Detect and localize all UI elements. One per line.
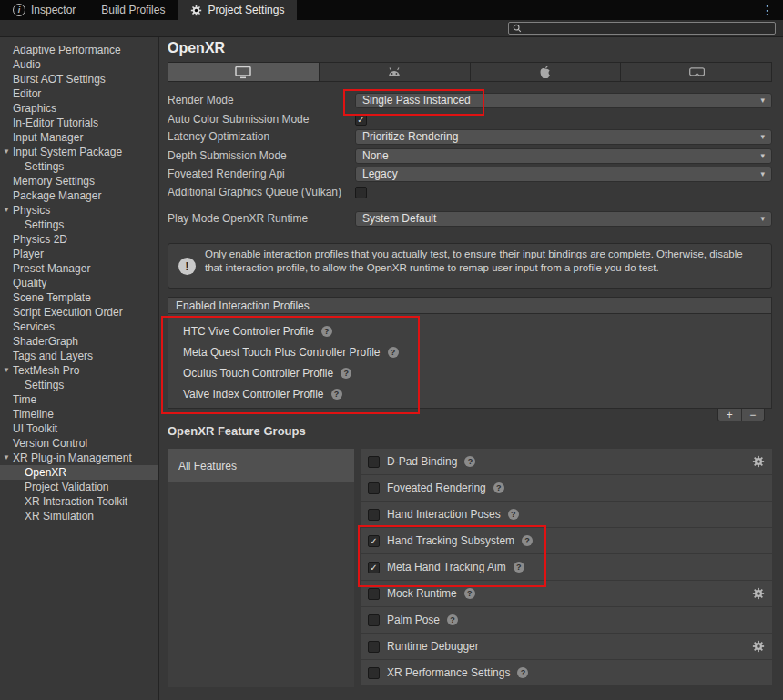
feature-checkbox[interactable] [368, 509, 380, 521]
depth-submission-dropdown[interactable]: None ▾ [355, 148, 772, 164]
foldout-arrow-icon[interactable]: ▼ [2, 203, 11, 218]
setting-label: Depth Submission Mode [168, 149, 355, 162]
setting-label: Play Mode OpenXR Runtime [168, 212, 355, 225]
tab-platform-vr[interactable] [621, 63, 771, 81]
sidebar-item-player[interactable]: Player [0, 247, 158, 261]
chevron-down-icon: ▾ [760, 96, 765, 105]
interaction-profiles-header: Enabled Interaction Profiles [168, 297, 772, 314]
feature-settings-gear-icon[interactable] [752, 455, 765, 468]
feature-settings-gear-icon[interactable] [752, 587, 765, 600]
help-icon[interactable]: ? [341, 368, 351, 379]
sidebar-item-audio[interactable]: Audio [0, 57, 158, 72]
latency-optimization-dropdown[interactable]: Prioritize Rendering ▾ [355, 129, 772, 145]
help-icon[interactable]: ? [331, 389, 342, 400]
search-input[interactable] [522, 22, 762, 35]
feature-checkbox[interactable] [368, 456, 380, 468]
sidebar-item-xr-simulation[interactable]: XR Simulation [0, 509, 158, 523]
tab-project-settings[interactable]: Project Settings [178, 0, 297, 20]
help-icon[interactable]: ? [522, 535, 533, 546]
tab-platform-apple[interactable] [471, 63, 622, 81]
profile-item-valve-index[interactable]: Valve Index Controller Profile ? [168, 383, 771, 404]
feature-group-all-features[interactable]: All Features [168, 449, 354, 482]
add-profile-button[interactable]: + [718, 409, 742, 421]
feature-checkbox[interactable] [368, 641, 380, 653]
help-icon[interactable]: ? [514, 562, 524, 573]
sidebar-item-in-editor-tutorials[interactable]: In-Editor Tutorials [0, 116, 158, 130]
profile-item-meta-quest-touch-plus[interactable]: Meta Quest Touch Plus Controller Profile… [168, 341, 771, 362]
sidebar-item-version-control[interactable]: Version Control [0, 436, 158, 451]
setting-row-auto-color-submission: Auto Color Submission Mode ✓ [168, 111, 772, 127]
sidebar-item-project-validation[interactable]: Project Validation [0, 480, 158, 494]
sidebar-item-physics[interactable]: ▼Physics [0, 203, 158, 218]
settings-category-sidebar: Adaptive Performance Audio Burst AOT Set… [0, 37, 159, 700]
feature-row-meta-hand-tracking-aim: ✓ Meta Hand Tracking Aim ? [361, 554, 772, 580]
sidebar-item-physics-2d[interactable]: Physics 2D [0, 232, 158, 247]
foldout-arrow-icon[interactable]: ▼ [2, 363, 11, 378]
sidebar-item-memory-settings[interactable]: Memory Settings [0, 174, 158, 188]
auto-color-submission-checkbox[interactable]: ✓ [355, 114, 367, 126]
feature-row-d-pad-binding: D-Pad Binding ? [361, 449, 772, 474]
help-icon[interactable]: ? [508, 509, 519, 520]
foldout-arrow-icon[interactable]: ▼ [2, 145, 11, 159]
sidebar-item-quality[interactable]: Quality [0, 276, 158, 290]
profile-item-htc-vive[interactable]: HTC Vive Controller Profile ? [168, 320, 771, 341]
feature-checkbox[interactable] [368, 482, 380, 494]
sidebar-item-shadergraph[interactable]: ShaderGraph [0, 334, 158, 349]
tab-inspector-label: Inspector [31, 4, 76, 16]
help-icon[interactable]: ? [464, 456, 475, 467]
sidebar-item-xr-plug-in-management[interactable]: ▼XR Plug-in Management [0, 451, 158, 465]
feature-checkbox[interactable] [368, 667, 380, 679]
sidebar-item-burst-aot-settings[interactable]: Burst AOT Settings [0, 72, 158, 86]
feature-row-hand-interaction-poses: Hand Interaction Poses ? [361, 502, 772, 527]
sidebar-item-editor[interactable]: Editor [0, 86, 158, 101]
android-icon [387, 66, 402, 77]
tab-platform-android[interactable] [320, 63, 471, 81]
sidebar-item-xr-interaction-toolkit[interactable]: XR Interaction Toolkit [0, 494, 158, 509]
sidebar-item-input-manager[interactable]: Input Manager [0, 130, 158, 145]
apple-icon [539, 65, 552, 79]
search-box[interactable] [508, 22, 776, 35]
help-icon[interactable]: ? [517, 667, 528, 678]
play-mode-runtime-dropdown[interactable]: System Default ▾ [355, 211, 772, 227]
sidebar-item-textmesh-pro[interactable]: ▼TextMesh Pro [0, 363, 158, 378]
feature-checkbox[interactable] [368, 588, 380, 600]
foldout-arrow-icon[interactable]: ▼ [2, 451, 11, 465]
chevron-down-icon: ▾ [760, 132, 765, 141]
tab-platform-desktop[interactable] [168, 63, 320, 81]
sidebar-item-physics-settings[interactable]: Settings [0, 218, 158, 232]
tab-build-profiles[interactable]: Build Profiles [88, 0, 178, 20]
help-icon[interactable]: ? [464, 588, 475, 599]
sidebar-item-graphics[interactable]: Graphics [0, 101, 158, 116]
foveated-rendering-api-dropdown[interactable]: Legacy ▾ [355, 167, 772, 182]
feature-checkbox[interactable]: ✓ [368, 535, 380, 547]
sidebar-item-scene-template[interactable]: Scene Template [0, 290, 158, 305]
help-icon[interactable]: ? [493, 482, 504, 493]
sidebar-item-openxr[interactable]: OpenXR [0, 465, 158, 480]
profile-item-oculus-touch[interactable]: Oculus Touch Controller Profile ? [168, 362, 771, 383]
sidebar-item-time[interactable]: Time [0, 392, 158, 407]
remove-profile-button[interactable]: − [742, 409, 765, 421]
sidebar-item-input-system-settings[interactable]: Settings [0, 159, 158, 174]
feature-settings-gear-icon[interactable] [752, 640, 765, 653]
feature-checkbox[interactable] [368, 614, 380, 626]
window-menu-kebab-icon[interactable]: ⋮ [752, 0, 783, 20]
sidebar-item-script-execution-order[interactable]: Script Execution Order [0, 305, 158, 320]
setting-row-render-mode: Render Mode Single Pass Instanced ▾ [168, 92, 772, 108]
sidebar-item-input-system-package[interactable]: ▼Input System Package [0, 145, 158, 159]
sidebar-item-services[interactable]: Services [0, 320, 158, 334]
help-icon[interactable]: ? [388, 347, 399, 358]
render-mode-dropdown[interactable]: Single Pass Instanced ▾ [355, 93, 772, 108]
sidebar-item-ui-toolkit[interactable]: UI Toolkit [0, 421, 158, 436]
additional-graphics-queue-checkbox[interactable] [355, 187, 367, 198]
feature-checkbox[interactable]: ✓ [368, 562, 380, 573]
sidebar-item-package-manager[interactable]: Package Manager [0, 188, 158, 203]
sidebar-item-preset-manager[interactable]: Preset Manager [0, 261, 158, 276]
settings-toolbar [0, 20, 783, 37]
sidebar-item-tags-and-layers[interactable]: Tags and Layers [0, 349, 158, 363]
sidebar-item-textmesh-pro-settings[interactable]: Settings [0, 378, 158, 392]
help-icon[interactable]: ? [321, 326, 332, 337]
tab-inspector[interactable]: i Inspector [0, 0, 88, 20]
sidebar-item-timeline[interactable]: Timeline [0, 407, 158, 421]
help-icon[interactable]: ? [447, 614, 458, 625]
sidebar-item-adaptive-performance[interactable]: Adaptive Performance [0, 43, 158, 57]
